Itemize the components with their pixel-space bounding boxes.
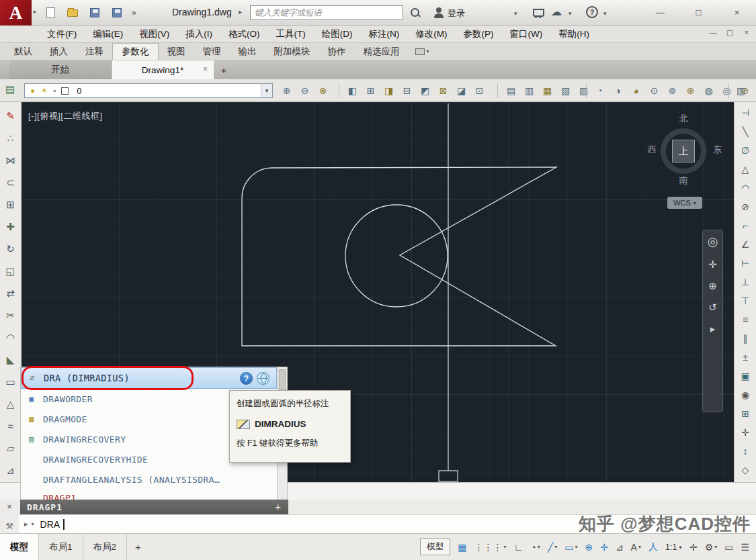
group-icon[interactable]: ⊚ xyxy=(664,82,681,99)
wcs-dropdown[interactable]: WCS ▾ xyxy=(667,197,702,209)
new-drawing-tab-button[interactable]: + xyxy=(214,60,234,79)
layer-unisolate-icon[interactable]: ⊞ xyxy=(362,82,379,99)
ribbon-display-toggle[interactable]: ▾ xyxy=(409,43,436,60)
app-store-cart-icon[interactable] xyxy=(532,7,544,18)
close-button[interactable]: × xyxy=(718,0,756,24)
layer-walk-icon[interactable]: ◪ xyxy=(453,82,470,99)
file-tab-close-icon[interactable]: × xyxy=(203,64,208,74)
maximize-button[interactable]: □ xyxy=(679,0,718,24)
doc-restore-button[interactable]: ▢ xyxy=(724,28,735,37)
ortho-mode-icon[interactable]: ∟ xyxy=(514,542,523,553)
customization-menu-icon[interactable]: ☰ xyxy=(741,542,749,553)
layer-on-icon[interactable]: ● xyxy=(30,86,35,95)
compass-top-face[interactable]: 上 xyxy=(672,140,695,162)
dimension-break-icon[interactable]: ≡ xyxy=(735,310,755,329)
snap-mode-icon[interactable]: ⋮⋮⋮▾ xyxy=(474,542,506,553)
layout1-tab[interactable]: 布局1 xyxy=(39,534,83,560)
recent-commands-caret-icon[interactable]: ▾ xyxy=(32,521,34,527)
dimension-text-edit-icon[interactable]: ✛ xyxy=(735,423,755,442)
baseline-dimension-icon[interactable]: ⊢ xyxy=(735,254,755,273)
isodraft-icon[interactable]: ╱▾ xyxy=(548,542,557,553)
lineweight-display-icon[interactable]: ✛ xyxy=(600,542,608,553)
layer-select-combobox[interactable]: ● ☀ ▪ 0 ▾ xyxy=(24,83,273,98)
ruler-icon[interactable]: ▮ xyxy=(751,82,756,99)
sign-in-caret-icon[interactable]: ▾ xyxy=(514,10,517,17)
new-file-button[interactable] xyxy=(43,5,58,20)
spline-icon[interactable]: ≈ xyxy=(1,415,21,437)
autocad-logo-button[interactable]: A xyxy=(0,0,32,26)
history-expand-icon[interactable]: + xyxy=(276,502,282,512)
stretch-icon[interactable]: ⇄ xyxy=(1,282,21,304)
command-history-bar[interactable]: DRAGP1 + xyxy=(20,500,288,514)
linear-dimension-icon[interactable]: ⊣ xyxy=(735,103,755,122)
group-edit-icon[interactable]: ◍ xyxy=(700,82,717,99)
show-motion-icon[interactable]: ▸ xyxy=(710,323,716,335)
menu-item-format[interactable]: 格式(O) xyxy=(220,26,268,43)
workspace-switching-icon[interactable]: ✛ xyxy=(689,542,698,553)
grid-display-icon[interactable]: ▦ xyxy=(458,542,466,553)
menu-item-file[interactable]: 文件(F) xyxy=(39,26,85,43)
view-compass[interactable]: 北 西 东 上 南 xyxy=(640,111,727,187)
polar-tracking-icon[interactable]: ◔▾ xyxy=(530,542,540,553)
layer-states-icon[interactable]: ⊗ xyxy=(314,82,331,99)
hatch-icon[interactable]: ▱ xyxy=(1,437,21,459)
model-tab[interactable]: 模型 xyxy=(0,534,39,560)
ribbon-tab-collaborate[interactable]: 协作 xyxy=(319,43,355,60)
compass-south-label[interactable]: 南 xyxy=(640,175,727,187)
angular-dimension-icon[interactable]: △ xyxy=(735,160,755,179)
layer-make-current-icon[interactable]: ⊕ xyxy=(278,82,295,99)
autocomplete-item-selected[interactable]: ⌀ DRA (DIMRADIUS) ? xyxy=(21,367,277,389)
rotate-icon[interactable]: ↻ xyxy=(1,238,21,260)
autocomplete-item-clipped[interactable]: DRAGP1 xyxy=(21,489,277,500)
command-window-close-icon[interactable]: × xyxy=(7,502,12,512)
ribbon-tab-output[interactable]: 输出 xyxy=(230,43,265,60)
save-as-button[interactable] xyxy=(110,5,124,20)
jog-line-icon[interactable]: ◉ xyxy=(735,385,755,404)
explode-icon[interactable]: ⊿ xyxy=(1,459,21,481)
menu-item-parametric[interactable]: 参数(P) xyxy=(456,26,502,43)
layer-match-icon[interactable]: ◩ xyxy=(417,82,433,99)
layer-freeze-icon[interactable]: ◨ xyxy=(380,82,397,99)
ribbon-tab-featured-apps[interactable]: 精选应用 xyxy=(355,43,409,60)
fillet-icon[interactable]: ◠ xyxy=(1,326,21,348)
menu-item-edit[interactable]: 编辑(E) xyxy=(85,26,131,43)
layout2-tab[interactable]: 布局2 xyxy=(83,534,128,560)
menu-item-modify[interactable]: 修改(M) xyxy=(407,26,455,43)
quick-calc-icon[interactable]: ◕ xyxy=(628,82,644,99)
copy-icon[interactable]: ∴ xyxy=(1,127,21,149)
menu-item-view[interactable]: 视图(V) xyxy=(131,26,177,43)
ribbon-tab-insert[interactable]: 插入 xyxy=(41,43,77,60)
linetype-control-icon[interactable]: ▥ xyxy=(521,82,538,99)
tolerance-icon[interactable]: ∥ xyxy=(735,329,755,348)
object-snap-icon[interactable]: ⊕ xyxy=(585,542,593,553)
menu-item-insert[interactable]: 插入(I) xyxy=(177,26,220,43)
settings-gear-icon[interactable]: ⚙▾ xyxy=(705,542,718,553)
menu-item-help[interactable]: 帮助(H) xyxy=(550,26,597,43)
ribbon-tab-annotate[interactable]: 注释 xyxy=(77,43,112,60)
app-menu-caret-icon[interactable]: ▾ xyxy=(33,9,36,15)
sign-in-link[interactable]: 登录 xyxy=(448,7,465,19)
item-help-icon[interactable]: ? xyxy=(240,372,253,385)
menu-item-tools[interactable]: 工具(T) xyxy=(268,26,314,43)
orbit-icon[interactable]: ↺ xyxy=(708,301,717,314)
layer-isolate-icon[interactable]: ◧ xyxy=(344,82,361,99)
inspect-dimension-icon[interactable]: ▣ xyxy=(735,367,755,385)
model-space-button[interactable]: 模型 xyxy=(420,539,450,555)
jogged-dimension-icon[interactable]: ∠ xyxy=(735,235,755,254)
a360-cloud-icon[interactable]: ☁ xyxy=(551,5,562,18)
search-input[interactable] xyxy=(250,5,403,20)
autocomplete-item[interactable]: DRAFTANGLEANALYSIS (ANALYSISDRA… xyxy=(21,469,277,489)
file-tab-start[interactable]: 开始 xyxy=(9,60,112,79)
ribbon-tab-home[interactable]: 默认 xyxy=(5,43,41,60)
annotation-visibility-icon[interactable]: A▾ xyxy=(631,542,641,553)
menu-item-draw[interactable]: 绘图(D) xyxy=(314,26,361,43)
lineweight-control-icon[interactable]: ▦ xyxy=(539,82,556,99)
doc-close-button[interactable]: × xyxy=(741,28,752,37)
trim-icon[interactable]: ✂ xyxy=(1,304,21,326)
compass-east-label[interactable]: 东 xyxy=(713,144,722,156)
layer-combo-caret-icon[interactable]: ▾ xyxy=(261,84,272,97)
dimension-style-icon[interactable]: ◇ xyxy=(735,461,755,479)
layer-lock-icon[interactable]: ▪ xyxy=(53,86,56,95)
dimension-space-icon[interactable]: ⊤ xyxy=(735,291,755,310)
title-caret-icon[interactable]: ▸ xyxy=(239,8,242,15)
